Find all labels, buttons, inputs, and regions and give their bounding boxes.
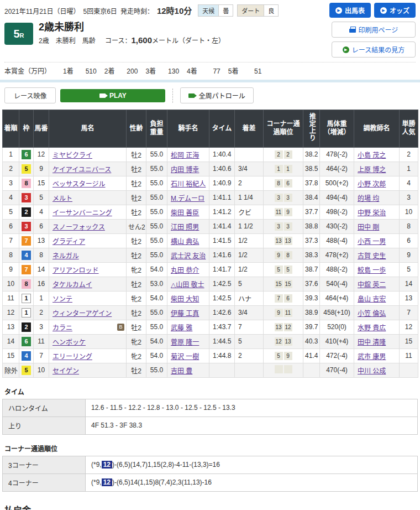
horse-number: 14	[34, 262, 49, 277]
jockey-cell: 内田 博幸	[167, 162, 209, 176]
jockey-name-link[interactable]: 伊藤 工真	[171, 310, 199, 318]
horse-number: 16	[34, 277, 49, 291]
trainer-name-link[interactable]: 水野 貴広	[358, 324, 386, 332]
jockey-name-link[interactable]: 丸田 恭介	[171, 267, 199, 274]
trainer-name-link[interactable]: 鮫島 一歩	[358, 267, 386, 274]
frame-cell: 3	[19, 190, 34, 205]
col-horse-number: 馬番	[34, 110, 49, 148]
jockey-name-link[interactable]: 江田 照男	[171, 223, 199, 231]
race-result-page: 2021年11月21日（日曜） 5回東京6日 発走時刻： 12時10分 天候 曇…	[0, 0, 420, 510]
horse-weight: 488(-4)	[320, 233, 354, 248]
trainer-name-link[interactable]: 武市 康男	[358, 353, 386, 361]
horse-name-link[interactable]: ケイアイユニバース	[53, 166, 111, 174]
horse-name-link[interactable]: ヘンボッケ	[53, 339, 86, 346]
jockey-name-link[interactable]: △山田 敬士	[171, 281, 204, 289]
horse-name-link[interactable]: ウィンターアゲイン	[53, 310, 112, 318]
horse-name-link[interactable]: ミヤビクライ	[53, 152, 92, 159]
frame-number-badge: 6	[22, 150, 31, 159]
print-page-button[interactable]: 印刷用ページ	[332, 22, 416, 38]
trainer-name-link[interactable]: 田中 清隆	[358, 339, 386, 346]
trainer-name-link[interactable]: 小笠 倫弘	[358, 310, 386, 318]
trainer-name-link[interactable]: 上原 博之	[358, 166, 386, 174]
corner-position: 15	[275, 280, 283, 288]
trainer-name-link[interactable]: 中川 公成	[358, 367, 386, 375]
finish-time	[209, 363, 235, 377]
trainer-name-link[interactable]: 田中 剛	[358, 223, 379, 231]
jockey-name-link[interactable]: 柴田 善臣	[171, 209, 199, 217]
jockey-name-link[interactable]: 横山 典弘	[171, 238, 199, 246]
sex-age: 牡2	[127, 305, 146, 320]
horse-name-link[interactable]: ソンテ	[53, 295, 72, 303]
jockey-cell: △山田 敬士	[167, 277, 209, 291]
results-table: 着順 枠 馬番 馬名 性齢 負担重量 騎手名 タイム 着差 コーナー通過順位 推…	[2, 110, 418, 378]
prize-money-row: 本賞金（万円） 1着5102着2003着1304着775着51	[4, 62, 416, 80]
horse-name-link[interactable]: ベッサスタージル	[53, 180, 106, 188]
trainer-cell: 上原 博之	[354, 162, 400, 176]
col-margin: 着差	[235, 110, 264, 148]
table-row: 1212ウィンターアゲイン牡255.0伊藤 工真1:42.63/491138.9…	[3, 305, 418, 320]
odds-button-label: オッズ	[390, 6, 410, 15]
trainer-name-link[interactable]: 中野 栄治	[358, 209, 386, 217]
jockey-name-link[interactable]: 吉田 豊	[171, 367, 192, 375]
table-row: 7713グラディア牡255.0横山 典弘1:41.51/2131337.3488…	[3, 233, 418, 248]
meeting-info: 5回東京6日	[83, 6, 117, 15]
margin: 7	[235, 320, 264, 334]
jockey-name-link[interactable]: M.デムーロ	[171, 195, 204, 202]
jockey-name-link[interactable]: 菅原 隆一	[171, 339, 199, 346]
trainer-name-link[interactable]: 古賀 史生	[358, 252, 386, 260]
finish-time: 1:40.9	[209, 176, 235, 190]
trainer-name-link[interactable]: 中舘 英二	[358, 281, 386, 289]
corner4-label: 4コーナー	[3, 473, 86, 491]
estimated-agari: 37.7	[303, 205, 320, 219]
frame-cell: 4	[19, 348, 34, 363]
patrol-video-button[interactable]: 全周パトロール	[180, 87, 253, 103]
trainer-name-link[interactable]: 小島 茂之	[358, 152, 386, 159]
sex-age: 牡2	[127, 176, 146, 190]
finish-position: 1	[3, 147, 19, 162]
furlong-time-label: ハロンタイム	[3, 399, 86, 417]
trainer-name-link[interactable]: 畠山 吉宏	[358, 295, 386, 303]
margin: 5	[235, 334, 264, 348]
horse-name-cell: エリーリング	[49, 348, 127, 363]
horse-weight: 498(-2)	[320, 205, 354, 219]
corner-position: 3	[275, 222, 283, 231]
finish-position: 3	[3, 176, 19, 190]
horse-name-link[interactable]: アリアンロッド	[53, 267, 99, 274]
col-carried-weight: 負担重量	[146, 110, 167, 148]
horse-name-link[interactable]: セイゲン	[53, 367, 79, 375]
horse-name-link[interactable]: ネルガル	[53, 252, 79, 260]
jockey-name-link[interactable]: 柴田 大知	[171, 295, 199, 303]
horse-name-link[interactable]: グラディア	[53, 238, 85, 246]
horse-name-link[interactable]: メルト	[53, 195, 72, 202]
corner-position: 2	[275, 150, 283, 159]
table-row: 636スノーフォックスせん255.0江田 照男1:41.41 1/23338.8…	[3, 219, 418, 233]
jockey-name-link[interactable]: 松岡 正海	[171, 152, 199, 159]
estimated-agari: 37.6	[303, 277, 320, 291]
odds-button[interactable]: ▶ オッズ	[374, 3, 416, 18]
trainer-name-link[interactable]: 的場 均	[358, 195, 379, 202]
jockey-name-link[interactable]: 武士沢 友治	[171, 252, 206, 260]
horse-weight: 472(-4)	[320, 348, 354, 363]
table-row: 1612ミヤビクライ牡255.0松岡 正海1:40.42238.2478(-2)…	[3, 147, 418, 162]
jockey-name-link[interactable]: 内田 博幸	[171, 166, 199, 174]
horse-name-link[interactable]: タケルカムイ	[53, 281, 92, 289]
horse-name-link[interactable]: カラニ	[53, 324, 72, 332]
corner-order-table: 3コーナー (*9,12)-(6,5)(14,7)1,15(2,8)-4-11-…	[2, 456, 418, 492]
trainer-name-link[interactable]: 小西 一男	[358, 238, 386, 246]
trainer-name-link[interactable]: 小野 次郎	[358, 180, 386, 188]
horse-name-link[interactable]: スノーフォックス	[53, 223, 105, 231]
horse-name-link[interactable]: イーサンバーニング	[53, 209, 112, 217]
result-guide-button[interactable]: ▶ レース結果の見方	[332, 41, 416, 58]
sex-age: 牡2	[127, 233, 146, 248]
jockey-name-link[interactable]: 石川 裕紀人	[171, 180, 206, 188]
corner-order-cell: 98	[264, 248, 303, 262]
jockey-name-link[interactable]: 菊沢 一樹	[171, 353, 199, 361]
horse-name-link[interactable]: エリーリング	[53, 353, 92, 361]
shutsubahyo-button[interactable]: ▶ 出馬表	[329, 3, 371, 18]
estimated-agari: 37.3	[303, 233, 320, 248]
jockey-cell: 伊藤 工真	[167, 305, 209, 320]
corner-order-cell: 119	[264, 205, 303, 219]
jockey-name-link[interactable]: 武藤 雅	[171, 324, 192, 332]
frame-number-badge: 1	[22, 294, 31, 303]
play-button[interactable]: PLAY	[60, 89, 165, 102]
